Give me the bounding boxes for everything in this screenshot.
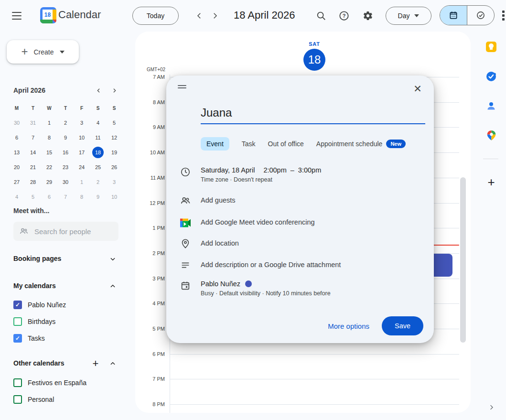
calendar-checkbox[interactable] — [13, 395, 22, 404]
add-description-row[interactable]: Add description or a Google Drive attach… — [180, 259, 341, 271]
view-selector-button[interactable]: Day — [386, 7, 431, 25]
mini-calendar-day[interactable]: 4 — [9, 189, 25, 204]
mini-calendar-day[interactable]: 4 — [90, 115, 106, 130]
mini-calendar-day[interactable]: 29 — [41, 174, 57, 189]
save-button[interactable]: Save — [382, 316, 423, 335]
mini-calendar-day[interactable]: 6 — [9, 130, 25, 145]
show-side-panel-icon[interactable] — [484, 400, 498, 414]
grid-scrollbar[interactable] — [460, 177, 466, 343]
chevron-up-icon[interactable] — [107, 358, 118, 369]
mini-calendar-day[interactable]: 17 — [74, 145, 90, 160]
mini-calendar-day[interactable]: 20 — [9, 160, 25, 174]
calendar-logo-icon[interactable]: 18 — [40, 7, 56, 23]
calendar-checkbox[interactable]: ✓ — [13, 334, 22, 343]
mini-calendar-day[interactable]: 8 — [74, 189, 90, 204]
calendar-checkbox[interactable] — [13, 378, 22, 387]
mini-calendar-day[interactable]: 2 — [57, 115, 74, 130]
more-options-button[interactable]: More options — [328, 322, 369, 330]
mini-calendar-day[interactable]: 19 — [106, 145, 122, 160]
calendar-checkbox[interactable] — [13, 317, 22, 326]
mini-calendar-day[interactable]: 2 — [90, 174, 106, 189]
calendar-list-item[interactable]: ✓Pablo Nuñez — [13, 299, 66, 311]
mini-calendar-day[interactable]: 31 — [25, 115, 41, 130]
mini-calendar-day[interactable]: 26 — [106, 160, 122, 174]
mini-calendar-day[interactable]: 27 — [9, 174, 25, 189]
mini-calendar-day[interactable]: 15 — [41, 145, 57, 160]
mini-calendar-day[interactable]: 1 — [41, 115, 57, 130]
tab-task[interactable]: Task — [242, 137, 256, 151]
chevron-down-icon[interactable] — [107, 253, 118, 265]
calendar-view-toggle-icon[interactable] — [440, 6, 467, 25]
chevron-up-icon[interactable] — [107, 280, 118, 292]
calendar-owner-row[interactable]: Pablo Nuñez Busy · Default visibility · … — [180, 280, 331, 297]
mini-calendar-day[interactable]: 1 — [74, 174, 90, 189]
mini-calendar-day[interactable]: 18 — [90, 145, 106, 160]
mini-calendar-next-icon[interactable] — [108, 85, 120, 96]
mini-calendar-day[interactable]: 8 — [41, 130, 57, 145]
event-date-label[interactable]: Saturday, 18 April — [201, 166, 255, 174]
contacts-icon[interactable] — [484, 99, 498, 113]
settings-gear-icon[interactable] — [362, 10, 374, 22]
mini-calendar-day[interactable]: 30 — [9, 115, 25, 130]
mini-calendar-day[interactable]: 5 — [106, 115, 122, 130]
tasks-icon[interactable] — [484, 69, 498, 84]
drag-handle-icon[interactable] — [178, 85, 186, 89]
mini-calendar-day[interactable]: 12 — [106, 130, 122, 145]
mini-calendar-day[interactable]: 22 — [41, 160, 57, 174]
close-icon[interactable]: ✕ — [411, 82, 424, 96]
previous-day-icon[interactable] — [193, 10, 205, 22]
event-start-time[interactable]: 2:00pm — [263, 166, 286, 174]
mini-calendar-day[interactable]: 6 — [41, 189, 57, 204]
owner-meta[interactable]: Busy · Default visibility · Notify 10 mi… — [201, 290, 331, 297]
mini-calendar-day[interactable]: 3 — [74, 115, 90, 130]
main-menu-icon[interactable] — [11, 11, 23, 20]
mini-calendar-day[interactable]: 25 — [90, 160, 106, 174]
tasks-view-toggle-icon[interactable] — [467, 6, 494, 25]
mini-calendar-day[interactable]: 3 — [106, 174, 122, 189]
add-guests-row[interactable]: Add guests — [180, 195, 236, 206]
mini-calendar-day[interactable]: 7 — [57, 189, 74, 204]
search-people-box[interactable] — [13, 222, 118, 241]
create-button[interactable]: + Create — [7, 40, 79, 64]
calendar-color-dot[interactable] — [245, 280, 252, 287]
event-time-row[interactable]: Saturday, 18 April2:00pm–3:00pm Time zon… — [180, 166, 321, 183]
search-people-input[interactable] — [34, 227, 111, 236]
keep-icon[interactable] — [484, 40, 498, 54]
mini-calendar-day[interactable]: 10 — [106, 189, 122, 204]
mini-calendar-day[interactable]: 21 — [25, 160, 41, 174]
mini-calendar-day[interactable]: 10 — [74, 130, 90, 145]
calendar-list-item[interactable]: Festivos en España — [13, 377, 86, 388]
mini-calendar-day[interactable]: 30 — [57, 174, 74, 189]
mini-calendar-day[interactable]: 11 — [90, 130, 106, 145]
mini-calendar-prev-icon[interactable] — [93, 85, 104, 96]
calendar-checkbox[interactable]: ✓ — [13, 301, 22, 309]
maps-icon[interactable] — [484, 128, 498, 142]
mini-calendar-day[interactable]: 16 — [57, 145, 74, 160]
mini-calendar-day[interactable]: 5 — [25, 189, 41, 204]
calendar-list-item[interactable]: Birthdays — [13, 316, 55, 327]
mini-calendar-day[interactable]: 13 — [9, 145, 25, 160]
search-icon[interactable] — [315, 10, 327, 22]
tab-appointment-schedule[interactable]: Appointment scheduleNew — [316, 137, 406, 151]
mini-calendar-day[interactable]: 9 — [57, 130, 74, 145]
add-icon[interactable]: + — [484, 175, 498, 189]
mini-calendar-day[interactable]: 9 — [90, 189, 106, 204]
help-icon[interactable]: ? — [338, 10, 350, 22]
tab-out-of-office[interactable]: Out of office — [268, 137, 304, 151]
event-title-input[interactable] — [201, 105, 425, 124]
calendar-list-item[interactable]: Personal — [13, 394, 54, 405]
mini-calendar-day[interactable]: 28 — [25, 174, 41, 189]
calendar-list-item[interactable]: ✓Tasks — [13, 333, 45, 344]
add-location-row[interactable]: Add location — [180, 238, 239, 249]
add-other-calendar-icon[interactable]: + — [90, 358, 101, 369]
mini-calendar-day[interactable]: 7 — [25, 130, 41, 145]
mini-calendar-day[interactable]: 24 — [74, 160, 90, 174]
timezone-repeat-label[interactable]: Time zone · Doesn't repeat — [201, 176, 321, 183]
mini-calendar-day[interactable]: 23 — [57, 160, 74, 174]
tab-event[interactable]: Event — [201, 137, 229, 151]
more-tools-icon[interactable] — [502, 11, 506, 22]
today-button[interactable]: Today — [132, 7, 179, 25]
day-number-badge[interactable]: 18 — [303, 49, 325, 71]
add-meet-row[interactable]: Add Google Meet video conferencing — [180, 217, 315, 228]
event-end-time[interactable]: 3:00pm — [298, 166, 321, 174]
